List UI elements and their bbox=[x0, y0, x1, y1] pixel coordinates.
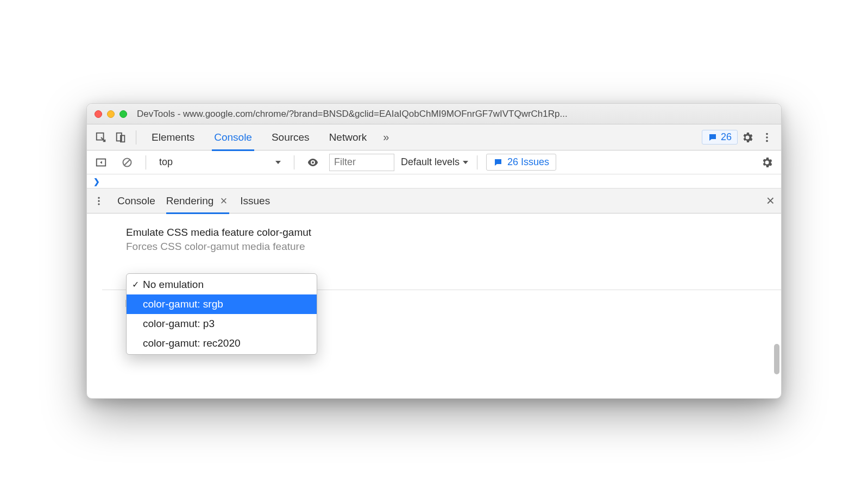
divider bbox=[477, 155, 477, 170]
more-icon[interactable] bbox=[757, 128, 777, 147]
close-tab-icon[interactable]: × bbox=[218, 194, 229, 208]
svg-point-4 bbox=[766, 136, 768, 139]
live-expression-icon[interactable] bbox=[303, 153, 323, 172]
close-drawer-icon[interactable]: × bbox=[764, 192, 777, 209]
tab-sources[interactable]: Sources bbox=[262, 124, 319, 150]
clear-console-icon[interactable] bbox=[117, 153, 137, 172]
window-title: DevTools - www.google.com/chrome/?brand=… bbox=[133, 109, 773, 120]
tab-elements[interactable]: Elements bbox=[142, 124, 204, 150]
main-tab-strip: Elements Console Sources Network » 26 bbox=[87, 124, 781, 150]
svg-point-8 bbox=[312, 161, 314, 164]
execution-context-select[interactable]: top bbox=[155, 154, 285, 170]
close-window-button[interactable] bbox=[95, 110, 102, 118]
rendering-pane: Emulate CSS media feature color-gamut Fo… bbox=[87, 214, 781, 398]
drawer-tab-console[interactable]: Console bbox=[117, 189, 155, 214]
console-settings-icon[interactable] bbox=[757, 153, 777, 172]
titlebar: DevTools - www.google.com/chrome/?brand=… bbox=[87, 104, 781, 124]
option-title: Emulate CSS media feature color-gamut bbox=[126, 227, 742, 239]
sidebar-toggle-icon[interactable] bbox=[91, 153, 111, 172]
drawer-more-icon[interactable] bbox=[91, 191, 106, 211]
tab-network[interactable]: Network bbox=[319, 124, 377, 150]
scrollbar-thumb[interactable] bbox=[774, 344, 779, 374]
divider bbox=[294, 155, 294, 170]
minimize-window-button[interactable] bbox=[107, 110, 115, 118]
svg-point-5 bbox=[766, 140, 768, 142]
drawer-tab-strip: Console Rendering × Issues × bbox=[87, 189, 781, 214]
dropdown-option-no-emulation[interactable]: No emulation bbox=[127, 275, 317, 294]
console-toolbar: top Default levels 26 Issues bbox=[87, 150, 781, 174]
message-icon bbox=[493, 158, 503, 167]
console-prompt[interactable]: ❯ bbox=[87, 174, 781, 189]
caret-down-icon bbox=[463, 161, 468, 164]
device-toolbar-icon[interactable] bbox=[111, 128, 130, 147]
tab-console[interactable]: Console bbox=[204, 124, 262, 150]
filter-input[interactable] bbox=[329, 154, 394, 171]
divider bbox=[136, 130, 136, 145]
tab-overflow[interactable]: » bbox=[376, 124, 395, 150]
dropdown-option-p3[interactable]: color-gamut: p3 bbox=[127, 314, 317, 334]
drawer-tab-rendering[interactable]: Rendering × bbox=[166, 189, 230, 214]
svg-point-10 bbox=[98, 200, 99, 202]
settings-icon[interactable] bbox=[738, 128, 757, 147]
log-levels-select[interactable]: Default levels bbox=[401, 156, 468, 168]
option-subtitle: Forces CSS color-gamut media feature bbox=[126, 241, 742, 253]
devtools-window: DevTools - www.google.com/chrome/?brand=… bbox=[86, 103, 782, 399]
drawer-tab-issues[interactable]: Issues bbox=[240, 189, 270, 214]
zoom-window-button[interactable] bbox=[119, 110, 127, 118]
caret-down-icon bbox=[275, 161, 281, 164]
svg-point-3 bbox=[766, 133, 768, 135]
dropdown-option-srgb[interactable]: color-gamut: srgb bbox=[127, 294, 317, 314]
message-icon bbox=[708, 133, 718, 142]
traffic-lights bbox=[95, 110, 127, 118]
color-gamut-dropdown[interactable]: No emulation color-gamut: srgb color-gam… bbox=[126, 273, 317, 355]
dropdown-option-rec2020[interactable]: color-gamut: rec2020 bbox=[127, 334, 317, 353]
svg-point-9 bbox=[98, 197, 99, 198]
svg-point-11 bbox=[98, 203, 99, 205]
issues-button[interactable]: 26 Issues bbox=[486, 154, 556, 171]
issues-badge[interactable]: 26 bbox=[702, 130, 738, 145]
divider bbox=[146, 155, 146, 170]
inspect-element-icon[interactable] bbox=[91, 128, 111, 147]
